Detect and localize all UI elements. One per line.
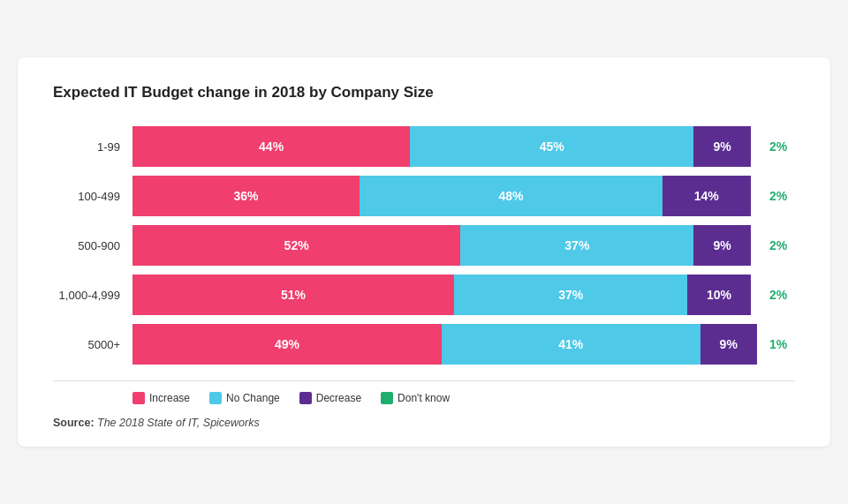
seg-nochange: 41% xyxy=(442,324,700,365)
row-label: 500-900 xyxy=(53,239,132,252)
dont-know-label: 2% xyxy=(763,189,795,203)
seg-decrease: 9% xyxy=(700,324,757,365)
seg-nochange: 37% xyxy=(460,225,693,266)
legend-item: No Change xyxy=(209,392,280,404)
seg-nochange: 45% xyxy=(410,126,693,167)
chart-area: 1-99 44% 45% 9% 2% 100-499 36% 48% 14% 2… xyxy=(53,126,795,365)
seg-nochange: 48% xyxy=(360,176,662,216)
row-label: 5000+ xyxy=(53,338,132,351)
bar-row: 5000+ 49% 41% 9% 1% xyxy=(53,324,795,365)
seg-decrease: 10% xyxy=(687,275,750,315)
source-line: Source: The 2018 State of IT, Spiceworks xyxy=(53,417,795,429)
source-prefix: Source: xyxy=(53,417,95,429)
legend-label: No Change xyxy=(226,392,280,404)
seg-increase: 44% xyxy=(132,126,410,167)
bar-row: 100-499 36% 48% 14% 2% xyxy=(53,176,795,216)
bar-row: 1-99 44% 45% 9% 2% xyxy=(53,126,795,167)
dont-know-label: 2% xyxy=(763,139,795,154)
bar-container: 52% 37% 9% xyxy=(132,225,763,266)
seg-decrease: 14% xyxy=(662,176,751,216)
legend-label: Decrease xyxy=(316,392,361,404)
source-text: The 2018 State of IT, Spiceworks xyxy=(97,417,260,429)
legend-item: Don't know xyxy=(381,392,450,404)
dont-know-label: 1% xyxy=(763,337,795,351)
legend-item: Increase xyxy=(132,392,190,404)
seg-increase: 51% xyxy=(132,275,454,315)
seg-nochange: 37% xyxy=(454,275,687,315)
seg-decrease: 9% xyxy=(693,225,750,266)
bar-container: 44% 45% 9% xyxy=(132,126,763,167)
dont-know-label: 2% xyxy=(763,288,795,302)
legend-box xyxy=(209,392,222,404)
legend-item: Decrease xyxy=(299,392,361,404)
legend-label: Don't know xyxy=(398,392,450,404)
chart-card: Expected IT Budget change in 2018 by Com… xyxy=(18,57,830,447)
row-label: 1-99 xyxy=(53,140,132,154)
legend-box xyxy=(381,392,393,404)
seg-increase: 52% xyxy=(132,225,460,266)
seg-increase: 36% xyxy=(132,176,360,216)
divider xyxy=(53,380,795,381)
chart-title: Expected IT Budget change in 2018 by Com… xyxy=(53,84,795,102)
bar-container: 36% 48% 14% xyxy=(132,176,763,216)
bar-row: 1,000-4,999 51% 37% 10% 2% xyxy=(53,275,795,315)
legend-box xyxy=(299,392,312,404)
seg-increase: 49% xyxy=(132,324,442,365)
bar-container: 51% 37% 10% xyxy=(132,275,763,315)
row-label: 1,000-4,999 xyxy=(53,289,132,302)
bar-container: 49% 41% 9% xyxy=(132,324,763,365)
bar-row: 500-900 52% 37% 9% 2% xyxy=(53,225,795,266)
legend: Increase No Change Decrease Don't know xyxy=(132,392,795,404)
dont-know-label: 2% xyxy=(763,238,795,252)
legend-label: Increase xyxy=(149,392,190,404)
row-label: 100-499 xyxy=(53,190,132,203)
legend-box xyxy=(132,392,145,404)
seg-decrease: 9% xyxy=(693,126,750,167)
